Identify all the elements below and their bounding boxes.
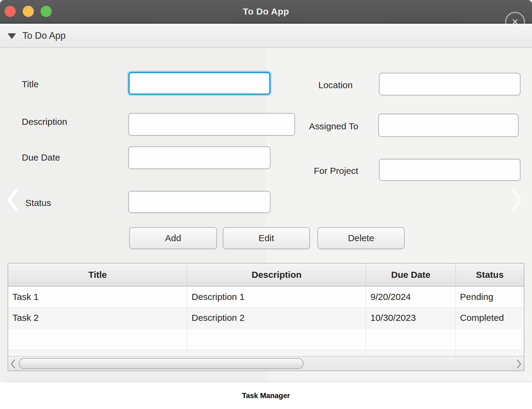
- add-button[interactable]: Add: [129, 227, 217, 249]
- column-header-status[interactable]: Status: [456, 264, 524, 286]
- for-project-label: For Project: [314, 165, 358, 177]
- close-overlay-button[interactable]: ×: [505, 12, 525, 32]
- title-label: Title: [22, 78, 39, 90]
- window-caption: Task Manager: [0, 391, 532, 400]
- due-date-input[interactable]: [128, 146, 271, 169]
- disclosure-label: To Do App: [22, 30, 66, 41]
- scroll-right-icon[interactable]: [517, 359, 521, 368]
- table-row-empty: [8, 328, 524, 350]
- for-project-input[interactable]: [379, 159, 521, 181]
- cell-description: Description 2: [187, 308, 366, 328]
- cell-status: Completed: [456, 308, 524, 328]
- status-label: Status: [25, 197, 51, 209]
- chevron-left-icon: [7, 188, 19, 211]
- cell-title: Task 1: [8, 287, 187, 307]
- title-input[interactable]: [128, 72, 271, 95]
- status-input[interactable]: [128, 191, 271, 213]
- location-input[interactable]: [379, 73, 521, 95]
- scroll-left-icon[interactable]: [11, 359, 15, 368]
- cell-title: Task 2: [8, 308, 187, 328]
- disclosure-row[interactable]: To Do App: [0, 24, 532, 48]
- column-header-title[interactable]: Title: [8, 264, 187, 286]
- cell-due-date: 10/30/2023: [366, 308, 456, 328]
- horizontal-scrollbar[interactable]: [8, 356, 524, 371]
- description-input[interactable]: [128, 113, 295, 136]
- scrollbar-thumb[interactable]: [19, 358, 304, 369]
- assigned-to-input[interactable]: [378, 114, 519, 137]
- tasks-table: Title Description Due Date Status Task 1…: [8, 263, 524, 371]
- due-date-label: Due Date: [22, 151, 60, 164]
- edit-button[interactable]: Edit: [223, 227, 310, 249]
- title-bar[interactable]: To Do App: [0, 0, 532, 24]
- nav-left-button[interactable]: [7, 188, 19, 213]
- table-header-row: Title Description Due Date Status: [8, 264, 524, 287]
- description-label: Description: [22, 116, 67, 128]
- location-label: Location: [318, 79, 353, 91]
- table-row-empty-partial: [8, 350, 524, 356]
- delete-button[interactable]: Delete: [317, 227, 405, 249]
- cell-description: Description 1: [187, 287, 366, 307]
- chevron-right-icon: [510, 188, 523, 211]
- assigned-to-label: Assigned To: [309, 120, 358, 132]
- disclosure-triangle-icon: [8, 33, 16, 39]
- window-title: To Do App: [0, 0, 532, 23]
- app-window: To Do App × To Do App Title Description …: [0, 0, 532, 381]
- cell-status: Pending: [456, 287, 524, 307]
- table-row-task-1[interactable]: Task 1 Description 1 9/20/2024 Pending: [8, 287, 524, 308]
- close-icon: ×: [512, 16, 518, 27]
- nav-right-button[interactable]: [510, 188, 523, 213]
- column-header-description[interactable]: Description: [187, 264, 366, 286]
- column-header-due-date[interactable]: Due Date: [366, 264, 456, 286]
- table-row-task-2[interactable]: Task 2 Description 2 10/30/2023 Complete…: [8, 308, 524, 328]
- cell-due-date: 9/20/2024: [366, 287, 456, 307]
